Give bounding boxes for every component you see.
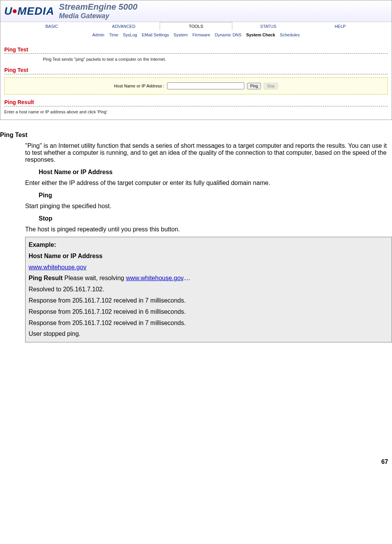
example-host-link[interactable]: www.whitehouse.gov <box>29 264 86 270</box>
page-number: 67 <box>0 458 392 465</box>
subtab-system-check[interactable]: System Check <box>246 33 275 37</box>
router-ui-screenshot: U MEDIA StreamEngine 5000 Media Gateway … <box>0 0 392 120</box>
doc-heading-ping-test: Ping Test <box>0 132 392 139</box>
ping-test-description: Ping Test sends "ping" packets to test a… <box>43 57 388 62</box>
tab-advanced[interactable]: ADVANCED <box>88 22 160 30</box>
subtab-ddns[interactable]: Dynamic DNS <box>215 33 242 37</box>
subtab-admin[interactable]: Admin <box>92 33 104 37</box>
example-response-3: Response from 205.161.7.102 received in … <box>29 318 389 329</box>
section-title-ping-test: Ping Test <box>4 46 388 53</box>
example-resolve-link[interactable]: www.whitehouse.gov <box>126 275 183 281</box>
subtab-schedules[interactable]: Schedules <box>280 33 300 37</box>
ping-form-box: Host Name or IP Address : Ping Stop <box>4 77 388 94</box>
host-input[interactable] <box>167 82 244 89</box>
section-title-form: Ping Test <box>4 67 388 73</box>
example-result-line: Ping Result Please wait, resolving www.w… <box>29 273 389 284</box>
stop-button[interactable]: Stop <box>264 83 278 89</box>
main-tabs: BASIC ADVANCED TOOLS STATUS HELP <box>0 22 392 30</box>
example-result-label: Ping Result <box>29 275 63 281</box>
example-box: Example: Host Name or IP Address www.whi… <box>25 237 392 342</box>
doc-body: "Ping" is an Internet utility function t… <box>25 142 392 342</box>
doc-sub-host: Host Name or IP Address <box>39 169 392 176</box>
section-title-result: Ping Result <box>4 99 388 105</box>
subtab-syslog[interactable]: SysLog <box>123 33 137 37</box>
logo-text-media: MEDIA <box>17 5 54 17</box>
result-description: Enter a host name or IP address above an… <box>4 109 388 114</box>
divider <box>4 106 388 106</box>
product-subtitle: Media Gateway <box>59 12 137 20</box>
doc-sub-ping: Ping <box>39 192 392 199</box>
header: U MEDIA StreamEngine 5000 Media Gateway <box>0 0 392 22</box>
example-host-label: Host Name or IP Address <box>29 253 102 259</box>
example-title: Example: <box>29 241 56 248</box>
product-title-block: StreamEngine 5000 Media Gateway <box>59 2 137 20</box>
subtab-email[interactable]: EMail Settings <box>142 33 169 37</box>
example-response-2: Response from 205.161.7.102 received in … <box>29 306 389 318</box>
example-resolved: Resolved to 205.161.7.102. <box>29 284 389 295</box>
subtab-firmware[interactable]: Firmware <box>193 33 210 37</box>
divider <box>4 53 388 54</box>
logo-letter-u: U <box>4 5 12 17</box>
subtab-system[interactable]: System <box>174 33 188 37</box>
doc-sub-stop: Stop <box>39 215 392 222</box>
example-stopped: User stopped ping. <box>29 328 389 340</box>
doc-intro: "Ping" is an Internet utility function t… <box>25 142 392 163</box>
umedia-logo: U MEDIA <box>4 5 54 17</box>
example-wait-prefix: Please wait, resolving <box>63 275 126 281</box>
content-panel: Ping Test Ping Test sends "ping" packets… <box>0 41 392 120</box>
sub-tabs: Admin Time SysLog EMail Settings System … <box>0 30 392 41</box>
doc-host-desc: Enter either the IP address of the targe… <box>25 180 392 186</box>
subtab-time[interactable]: Time <box>109 33 118 37</box>
logo-dot-icon <box>13 9 17 13</box>
example-wait-suffix: .... <box>183 275 190 281</box>
documentation-section: Ping Test "Ping" is an Internet utility … <box>0 132 392 342</box>
tab-status[interactable]: STATUS <box>232 22 304 30</box>
ping-button[interactable]: Ping <box>247 83 261 89</box>
product-title: StreamEngine 5000 <box>59 2 137 12</box>
divider <box>4 74 388 74</box>
tab-tools[interactable]: TOOLS <box>160 22 232 30</box>
host-label: Host Name or IP Address : <box>114 84 164 88</box>
example-response-1: Response from 205.161.7.102 received in … <box>29 295 389 306</box>
doc-stop-desc: The host is pinged repeatedly until you … <box>25 226 392 233</box>
tab-basic[interactable]: BASIC <box>16 22 88 30</box>
tab-help[interactable]: HELP <box>304 22 376 30</box>
doc-ping-desc: Start pinging the specified host. <box>25 203 392 210</box>
